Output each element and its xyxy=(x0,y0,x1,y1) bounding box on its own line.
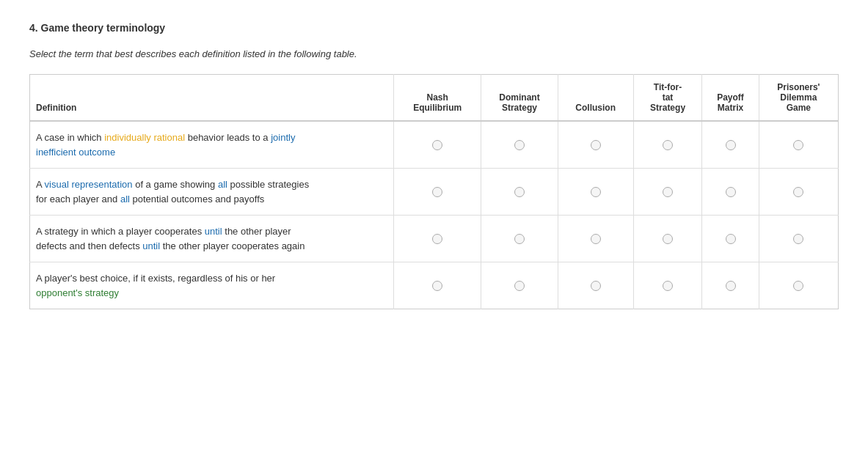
radio-cell-3-collusion[interactable] xyxy=(558,216,633,262)
definition-cell-2: A visual representation of a game showin… xyxy=(30,169,394,216)
radio-button[interactable] xyxy=(663,140,673,150)
radio-cell-3-tit-for-tat[interactable] xyxy=(633,216,702,262)
radio-button[interactable] xyxy=(432,187,442,197)
radio-cell-1-tit-for-tat[interactable] xyxy=(633,121,702,169)
radio-cell-2-prisoners[interactable] xyxy=(759,169,838,216)
radio-cell-4-payoff[interactable] xyxy=(702,262,759,309)
radio-button[interactable] xyxy=(591,187,601,197)
table-row: A strategy in which a player cooperates … xyxy=(30,216,839,262)
radio-cell-4-nash[interactable] xyxy=(393,262,481,309)
radio-button[interactable] xyxy=(663,187,673,197)
radio-cell-3-prisoners[interactable] xyxy=(759,216,838,262)
radio-button[interactable] xyxy=(793,234,803,244)
radio-button[interactable] xyxy=(726,281,736,291)
instruction: Select the term that best describes each… xyxy=(29,48,839,59)
radio-button[interactable] xyxy=(726,234,736,244)
radio-button[interactable] xyxy=(514,140,525,150)
radio-button[interactable] xyxy=(726,140,736,150)
col-header-nash: Nash Equilibrium xyxy=(393,75,481,122)
col-header-dominant: Dominant Strategy xyxy=(481,75,558,122)
radio-cell-4-dominant[interactable] xyxy=(481,262,558,309)
radio-button[interactable] xyxy=(591,234,601,244)
radio-cell-1-nash[interactable] xyxy=(393,121,481,169)
radio-cell-3-nash[interactable] xyxy=(393,216,481,262)
radio-button[interactable] xyxy=(793,140,803,150)
radio-cell-3-payoff[interactable] xyxy=(702,216,759,262)
radio-button[interactable] xyxy=(514,187,525,197)
table-row: A visual representation of a game showin… xyxy=(30,169,839,216)
radio-button[interactable] xyxy=(793,187,803,197)
definition-cell-1: A case in which individually rational be… xyxy=(30,121,394,169)
radio-cell-3-dominant[interactable] xyxy=(481,216,558,262)
radio-cell-4-collusion[interactable] xyxy=(558,262,633,309)
radio-button[interactable] xyxy=(432,234,442,244)
matching-table: Definition Nash Equilibrium Dominant Str… xyxy=(29,74,839,309)
radio-cell-2-dominant[interactable] xyxy=(481,169,558,216)
definition-cell-4: A player's best choice, if it exists, re… xyxy=(30,262,394,309)
radio-cell-1-collusion[interactable] xyxy=(558,121,633,169)
radio-button[interactable] xyxy=(591,281,601,291)
radio-cell-4-tit-for-tat[interactable] xyxy=(633,262,702,309)
radio-button[interactable] xyxy=(432,140,442,150)
radio-cell-1-dominant[interactable] xyxy=(481,121,558,169)
table-row: A case in which individually rational be… xyxy=(30,121,839,169)
definition-cell-3: A strategy in which a player cooperates … xyxy=(30,216,394,262)
radio-cell-2-nash[interactable] xyxy=(393,169,481,216)
radio-button[interactable] xyxy=(793,281,803,291)
radio-button[interactable] xyxy=(514,234,525,244)
radio-cell-4-prisoners[interactable] xyxy=(759,262,838,309)
col-header-definition: Definition xyxy=(30,75,394,122)
col-header-payoff: Payoff Matrix xyxy=(702,75,759,122)
radio-cell-2-tit-for-tat[interactable] xyxy=(633,169,702,216)
radio-cell-1-prisoners[interactable] xyxy=(759,121,838,169)
radio-button[interactable] xyxy=(726,187,736,197)
question-title: 4. Game theory terminology xyxy=(29,22,839,34)
radio-button[interactable] xyxy=(591,140,601,150)
col-header-tit-for-tat: Tit-for- tat Strategy xyxy=(633,75,702,122)
radio-button[interactable] xyxy=(663,234,673,244)
table-row: A player's best choice, if it exists, re… xyxy=(30,262,839,309)
col-header-prisoners: Prisoners' Dilemma Game xyxy=(759,75,838,122)
col-header-collusion: Collusion xyxy=(558,75,633,122)
radio-cell-2-collusion[interactable] xyxy=(558,169,633,216)
radio-button[interactable] xyxy=(663,281,673,291)
radio-button[interactable] xyxy=(432,281,442,291)
radio-button[interactable] xyxy=(514,281,525,291)
radio-cell-1-payoff[interactable] xyxy=(702,121,759,169)
radio-cell-2-payoff[interactable] xyxy=(702,169,759,216)
